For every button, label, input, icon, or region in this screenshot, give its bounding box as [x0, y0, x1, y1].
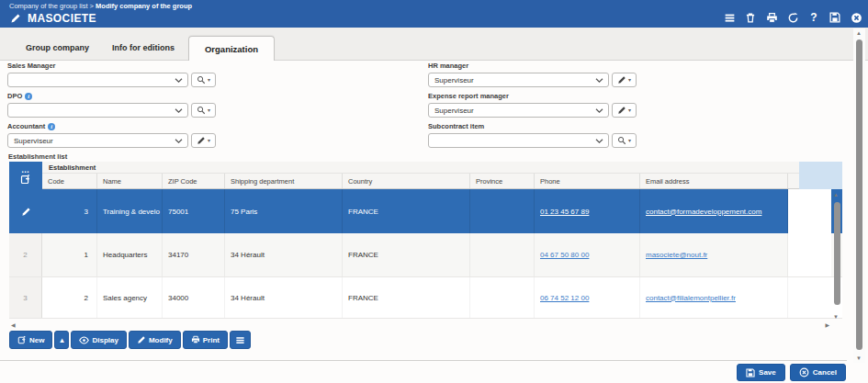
col-header-province[interactable]: Province	[470, 174, 535, 188]
add-row-icon[interactable]	[20, 174, 31, 185]
scroll-down-icon[interactable]: ▼	[856, 355, 862, 361]
scroll-left-icon[interactable]: ◀	[11, 321, 16, 328]
phone-link[interactable]: 01 23 45 67 89	[540, 208, 589, 216]
scroll-right-icon[interactable]: ▶	[825, 321, 829, 328]
email-link[interactable]: contact@formadeveloppement.com	[646, 208, 761, 216]
field-label: Subcontract item	[428, 122, 639, 130]
cell-code: 3	[42, 189, 97, 233]
list-toolbar: New ▴ Display Modify Print	[9, 331, 251, 349]
col-header-country[interactable]: Country	[343, 174, 470, 188]
expense-report-manager-select[interactable]: Superviseur	[428, 103, 609, 118]
table-row[interactable]: 3 Training & develo 75001 75 Paris FRANC…	[9, 189, 842, 233]
field-label: Expense report manager	[428, 92, 639, 100]
cell-province	[470, 277, 535, 318]
row-number[interactable]: 3	[9, 277, 42, 318]
page-vscroll-thumb[interactable]	[856, 39, 862, 350]
caret-down-icon: ▾	[628, 77, 631, 83]
header-filler	[799, 162, 842, 189]
cell-province	[470, 189, 535, 233]
col-header-shipping[interactable]: Shipping department	[225, 174, 343, 188]
accountant-select[interactable]: Superviseur	[7, 133, 188, 148]
print-button[interactable]: Print	[183, 331, 228, 349]
menu-icon[interactable]	[723, 11, 736, 24]
table-vscroll-thumb[interactable]	[834, 202, 840, 305]
col-header-zip[interactable]: ZIP Code	[163, 174, 225, 188]
accountant-label: Accountant	[7, 122, 45, 130]
cell-province	[470, 233, 535, 276]
dpo-search-button[interactable]: ▾	[191, 103, 216, 118]
save-icon[interactable]	[829, 11, 841, 24]
table-actions-header[interactable]: …	[9, 162, 42, 189]
tab-bar: Group company Info for editions Organiza…	[0, 28, 868, 61]
tab-group-company[interactable]: Group company	[26, 43, 89, 52]
sales-manager-search-button[interactable]: ▾	[191, 73, 216, 87]
hr-manager-value: Superviseur	[434, 76, 474, 84]
chevron-down-icon	[175, 77, 183, 84]
save-button[interactable]: Save	[737, 364, 785, 381]
field-label: Accountant i	[7, 122, 219, 130]
trash-icon[interactable]	[744, 11, 757, 24]
display-button[interactable]: Display	[71, 331, 126, 349]
tab-info-for-editions[interactable]: Info for editions	[112, 43, 175, 52]
info-icon[interactable]: i	[48, 123, 55, 130]
dpo-select[interactable]	[7, 103, 188, 118]
modify-button[interactable]: Modify	[129, 331, 181, 349]
sales-manager-select[interactable]	[7, 73, 188, 87]
establishment-list-caption: Establishment list	[8, 152, 67, 161]
cell-zip: 34170	[163, 233, 225, 276]
menu-icon	[235, 335, 245, 345]
scroll-up-icon[interactable]: ▲	[856, 30, 862, 36]
chevron-down-icon	[595, 77, 603, 84]
phone-link[interactable]: 04 67 50 80 00	[540, 251, 589, 259]
tab-organization[interactable]: Organization	[188, 36, 275, 61]
scroll-down-icon[interactable]: ▼	[833, 314, 839, 320]
row-filler	[788, 189, 831, 233]
table-row[interactable]: 2 1 Headquarters 34170 34 Hérault FRANCE…	[9, 233, 842, 277]
email-link[interactable]: masociete@nout.fr	[646, 251, 707, 259]
col-header-phone[interactable]: Phone	[535, 174, 640, 188]
expense-report-manager-edit-button[interactable]: ▾	[612, 103, 637, 118]
help-icon[interactable]: ?	[807, 11, 820, 24]
subcontract-item-select[interactable]	[428, 133, 609, 148]
cell-country: FRANCE	[343, 277, 470, 318]
print-icon[interactable]	[765, 11, 778, 24]
chevron-down-icon	[595, 138, 603, 144]
cell-country: FRANCE	[343, 233, 470, 276]
cancel-button[interactable]: Cancel	[790, 364, 846, 381]
cell-name: Training & develo	[97, 189, 163, 233]
field-label: DPO i	[7, 92, 219, 100]
breadcrumb-parent-link[interactable]: Company of the group list	[9, 2, 87, 10]
phone-link[interactable]: 06 74 52 12 00	[540, 294, 589, 302]
print-icon	[191, 335, 200, 344]
pencil-icon	[617, 75, 626, 84]
accountant-edit-button[interactable]: ▾	[191, 133, 216, 148]
refresh-icon[interactable]	[786, 11, 799, 24]
page-vertical-scrollbar[interactable]: ▲ ▼	[853, 28, 865, 363]
new-dropdown-button[interactable]: ▴	[54, 331, 69, 349]
info-icon[interactable]: i	[25, 93, 32, 100]
col-header-code[interactable]: Code	[42, 174, 97, 188]
col-header-email[interactable]: Email address	[640, 174, 788, 188]
new-button[interactable]: New	[9, 331, 52, 349]
hr-manager-select[interactable]: Superviseur	[428, 73, 609, 87]
top-bar: Company of the group list > Modify compa…	[0, 0, 868, 28]
table-group-header: Establishment	[42, 162, 799, 174]
scroll-up-icon[interactable]: ▲	[833, 192, 839, 197]
email-link[interactable]: contact@filialemontpellier.fr	[646, 294, 736, 302]
table-horizontal-scrollbar[interactable]: ◀ ▶	[9, 320, 831, 329]
close-icon[interactable]	[850, 11, 862, 24]
row-number[interactable]: 2	[9, 233, 42, 276]
row-edit-handle[interactable]	[9, 189, 42, 233]
col-header-name[interactable]: Name	[97, 174, 163, 188]
pencil-icon	[617, 106, 626, 115]
table-row[interactable]: 3 2 Sales agency 34000 34 Hérault FRANCE…	[9, 277, 842, 319]
cell-country: FRANCE	[343, 189, 470, 233]
cell-shipping: 34 Hérault	[225, 277, 343, 318]
hr-manager-edit-button[interactable]: ▾	[612, 73, 637, 87]
subcontract-item-search-button[interactable]: ▾	[612, 133, 637, 148]
cell-shipping: 34 Hérault	[225, 233, 343, 276]
list-menu-button[interactable]	[230, 331, 251, 349]
caret-down-icon: ▾	[628, 138, 631, 143]
eye-icon	[79, 336, 89, 344]
table-vertical-scrollbar[interactable]: ▲ ▼	[831, 190, 842, 320]
